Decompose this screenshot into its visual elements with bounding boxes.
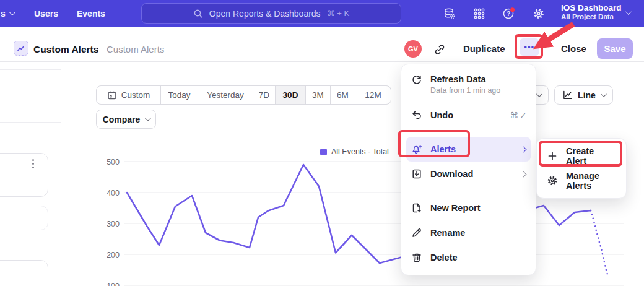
menu-item-download[interactable]: Download [406,162,531,186]
legend-label: All Events - Total [331,147,389,156]
page-title: Custom Alerts [33,44,98,55]
range-label: 7D [259,90,269,100]
range-label: Custom [121,90,150,100]
query-card[interactable] [0,153,48,197]
compare-button[interactable]: Compare [96,110,156,129]
search-icon [193,9,203,19]
download-icon [411,168,422,180]
avatar[interactable]: GV [404,40,422,58]
chevron-right-icon [521,146,527,152]
undo-icon [411,110,422,121]
nav-item-users[interactable]: Users [34,0,58,27]
nav-item-fragment[interactable]: s [1,0,14,27]
submenu-item-create-alert[interactable]: Create Alert [542,144,621,168]
settings-icon[interactable] [532,7,546,20]
chart-type-button[interactable]: Line [554,85,613,105]
nav-events-label: Events [77,9,105,19]
menu-divider [401,191,536,191]
panel-divider [0,69,61,70]
search-shortcut: ⌘ + K [327,9,350,18]
submenu-item-manage-alerts[interactable]: Manage Alerts [542,168,621,193]
menu-item-label: Undo [430,110,453,120]
menu-item-label: Create Alert [566,146,616,166]
kebab-menu-icon[interactable] [32,159,34,168]
range-label: 30D [283,90,298,100]
chart-type-label: Line [578,90,596,100]
menu-item-label: New Report [430,203,481,213]
pencil-icon [411,227,422,238]
chevron-down-icon [145,115,151,121]
menu-item-label: Alerts [430,144,456,154]
menu-item-delete[interactable]: Delete [406,245,531,270]
chevron-right-icon [521,171,527,177]
data-sources-icon[interactable] [443,7,456,20]
range-label: 3M [312,90,324,100]
query-card[interactable] [0,260,48,286]
legend-swatch [320,149,327,155]
menu-divider [401,132,536,132]
project-switcher[interactable]: iOS Dashboard All Project Data [561,3,622,20]
notification-dot [510,7,515,12]
file-plus-icon [411,202,422,214]
range-yesterday[interactable]: Yesterday [198,86,253,104]
chevron-down-icon [9,9,15,15]
menu-item-label: Manage Alerts [566,171,616,191]
svg-text:400: 400 [107,189,120,197]
menu-item-new-report[interactable]: New Report [406,196,531,220]
duplicate-button[interactable]: Duplicate [463,43,505,54]
gear-icon [547,175,558,186]
svg-text:100: 100 [107,282,120,286]
range-label: Yesterday [207,90,244,100]
range-12m[interactable]: 12M [355,86,391,104]
range-30d[interactable]: 30D [275,86,305,104]
compare-label: Compare [103,115,141,124]
range-label: 12M [365,90,381,100]
more-options-button[interactable]: ••• [520,38,539,56]
svg-text:300: 300 [107,220,120,228]
link-icon[interactable] [433,43,446,56]
svg-text:500: 500 [107,158,120,167]
menu-item-label: Download [430,169,473,179]
range-label: 6M [337,90,349,100]
menu-item-refresh-data[interactable]: Refresh Data Data from 1 min ago [406,69,531,103]
search-input[interactable]: Open Reports & Dashboards ⌘ + K [141,3,401,24]
date-range-selector: Custom Today Yesterday 7D 30D 3M 6M 12M [96,85,391,105]
menu-item-label: Refresh Data [430,74,500,84]
menu-shortcut: ⌘ Z [510,110,526,120]
menu-item-rename[interactable]: Rename [406,220,531,245]
range-3m[interactable]: 3M [305,86,330,104]
apps-grid-icon[interactable] [472,7,486,20]
help-icon[interactable]: ? [502,7,516,20]
close-button[interactable]: Close [561,43,586,54]
plus-icon [547,150,558,162]
breadcrumb[interactable]: Custom Alerts [107,44,164,54]
menu-item-label: Delete [430,253,458,262]
chart-legend[interactable]: All Events - Total [320,147,389,156]
panel-divider [0,98,61,98]
trash-icon [411,252,422,263]
top-navbar: s Users Events Open Reports & Dashboards… [0,0,644,27]
chevron-down-icon [536,91,542,97]
range-7d[interactable]: 7D [253,86,275,104]
query-card[interactable] [0,206,48,230]
menu-item-undo[interactable]: Undo ⌘ Z [406,103,531,128]
refresh-icon [411,74,422,85]
project-name: iOS Dashboard [561,3,622,12]
range-today[interactable]: Today [160,86,198,104]
project-chevron-down-icon[interactable] [625,9,632,15]
svg-text:?: ? [507,11,510,17]
menu-item-alerts[interactable]: Alerts [406,137,531,162]
menu-item-sublabel: Data from 1 min ago [430,86,500,95]
line-chart-icon [562,90,573,100]
project-scope: All Project Data [561,13,622,20]
svg-text:200: 200 [107,251,120,259]
calendar-icon [107,90,117,100]
nav-item-events[interactable]: Events [77,0,105,27]
menu-item-label: Rename [430,228,465,238]
header-divider [550,40,550,58]
range-6m[interactable]: 6M [330,86,355,104]
nav-fragment-label: s [1,9,6,19]
range-custom[interactable]: Custom [97,86,160,104]
save-button[interactable]: Save [597,38,633,59]
panel-divider [0,122,61,123]
